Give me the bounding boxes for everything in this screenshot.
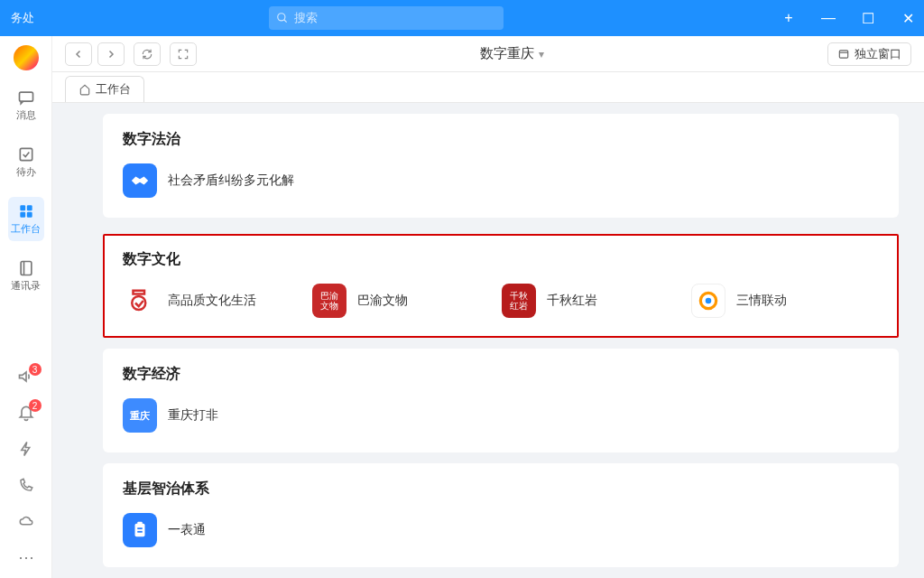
- tab-workbench[interactable]: 工作台: [65, 76, 144, 102]
- refresh-button[interactable]: [134, 42, 161, 66]
- section-title: 基层智治体系: [123, 480, 879, 499]
- check-icon: [17, 145, 35, 163]
- app-item-label: 重庆打非: [168, 407, 218, 424]
- svg-point-0: [278, 14, 285, 21]
- app-item[interactable]: 社会矛盾纠纷多元化解: [123, 163, 294, 198]
- svg-point-15: [706, 298, 712, 304]
- search-input[interactable]: 搜索: [269, 6, 504, 30]
- cloud-icon[interactable]: [16, 511, 36, 531]
- app-logo-icon[interactable]: [14, 45, 39, 70]
- section-card: 基层智治体系一表通: [103, 463, 899, 567]
- toolbar: 数字重庆 ▾ 独立窗口: [52, 36, 924, 72]
- badge: 3: [29, 363, 42, 376]
- app-item-label: 千秋红岩: [547, 293, 597, 309]
- more-icon[interactable]: ⋯: [16, 547, 36, 567]
- chat-icon: [17, 89, 35, 107]
- sidebar-item-messages[interactable]: 消息: [8, 83, 44, 127]
- back-button[interactable]: [65, 42, 92, 66]
- search-icon: [276, 12, 289, 24]
- svg-rect-16: [135, 524, 145, 537]
- app-item-label: 社会矛盾纠纷多元化解: [168, 172, 294, 189]
- app-item[interactable]: 三情联动: [691, 284, 863, 318]
- search-placeholder: 搜索: [294, 10, 318, 26]
- app-item-label: 高品质文化生活: [168, 293, 256, 309]
- sidebar-item-label: 通讯录: [11, 279, 41, 293]
- svg-rect-12: [134, 291, 145, 294]
- app-item-label: 三情联动: [736, 293, 787, 309]
- sidebar-item-todo[interactable]: 待办: [8, 140, 44, 184]
- window-titlebar: 务处 搜索 + — ☐ ✕: [0, 0, 924, 36]
- forward-button[interactable]: [97, 42, 125, 66]
- app-item[interactable]: 巴渝文物巴渝文物: [312, 284, 484, 318]
- section-title: 数字经济: [123, 365, 879, 384]
- bell-icon[interactable]: 2: [16, 403, 36, 423]
- window-icon: [837, 48, 850, 61]
- tab-bar: 工作台: [52, 72, 924, 103]
- app-item[interactable]: 千秋红岩千秋红岩: [502, 284, 673, 318]
- svg-rect-8: [21, 262, 32, 275]
- svg-rect-3: [20, 148, 32, 160]
- svg-rect-6: [20, 212, 25, 218]
- section-title: 数字法治: [123, 130, 879, 149]
- book-icon: [17, 259, 35, 277]
- new-button[interactable]: +: [780, 9, 798, 27]
- sidebar-item-label: 待办: [16, 165, 36, 179]
- maximize-button[interactable]: ☐: [859, 9, 877, 27]
- badge: 2: [29, 399, 42, 412]
- minimize-button[interactable]: —: [819, 9, 837, 27]
- svg-rect-7: [26, 212, 32, 218]
- svg-rect-4: [20, 205, 25, 210]
- window-controls: + — ☐ ✕: [780, 9, 917, 27]
- detach-window-button[interactable]: 独立窗口: [827, 42, 911, 66]
- sidebar-item-label: 消息: [16, 108, 36, 122]
- fullscreen-button[interactable]: [170, 42, 197, 66]
- content-scroll[interactable]: 数字法治社会矛盾纠纷多元化解数字文化高品质文化生活巴渝文物巴渝文物千秋红岩千秋红…: [52, 103, 924, 578]
- app-item[interactable]: 重庆重庆打非: [123, 398, 294, 433]
- app-item-label: 一表通: [168, 522, 206, 538]
- sidebar-item-workbench[interactable]: 工作台: [8, 197, 44, 241]
- section-card: 数字经济重庆重庆打非: [103, 349, 899, 452]
- sidebar-bottom: 3 2 ⋯: [16, 367, 36, 567]
- speaker-icon[interactable]: 3: [16, 367, 36, 387]
- svg-rect-2: [19, 92, 32, 101]
- sidebar-item-label: 工作台: [11, 222, 41, 236]
- main-area: 数字重庆 ▾ 独立窗口 工作台 数字法治社会矛盾纠纷多元化解数字文化高品质文化生…: [52, 36, 924, 578]
- svg-rect-17: [137, 522, 143, 526]
- svg-rect-10: [839, 50, 847, 57]
- section-card: 数字法治社会矛盾纠纷多元化解: [103, 114, 899, 218]
- chevron-down-icon: ▾: [536, 48, 544, 61]
- app-item[interactable]: 一表通: [123, 513, 294, 547]
- close-button[interactable]: ✕: [899, 9, 917, 27]
- section-card: 数字文化高品质文化生活巴渝文物巴渝文物千秋红岩千秋红岩三情联动: [103, 234, 899, 338]
- grid-icon: [17, 202, 35, 220]
- app-item[interactable]: 高品质文化生活: [123, 284, 294, 318]
- svg-rect-5: [26, 205, 32, 210]
- lightning-icon[interactable]: [16, 439, 36, 459]
- sidebar-item-contacts[interactable]: 通讯录: [8, 254, 44, 298]
- section-title: 数字文化: [123, 250, 879, 269]
- home-icon: [79, 83, 91, 96]
- svg-line-1: [284, 20, 287, 23]
- titlebar-text: 务处: [11, 10, 34, 26]
- app-item-label: 巴渝文物: [357, 293, 408, 309]
- sidebar: 消息 待办 工作台 通讯录 3 2 ⋯: [0, 36, 52, 578]
- phone-icon[interactable]: [16, 475, 36, 495]
- page-title[interactable]: 数字重庆 ▾: [206, 45, 818, 62]
